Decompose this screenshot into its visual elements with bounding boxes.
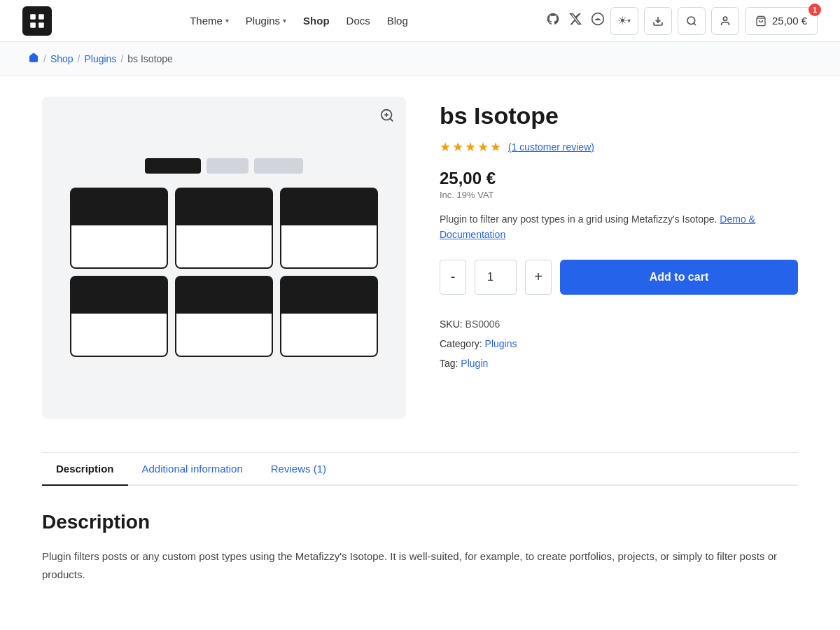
breadcrumb-current: bs Isotope: [127, 53, 173, 64]
grid-card-1: [70, 188, 168, 269]
search-icon: [686, 15, 697, 27]
twitter-icon[interactable]: [568, 12, 582, 29]
rating-row: ★ ★ ★ ★ ★ (1 customer review): [440, 139, 798, 155]
product-image-container: [42, 97, 406, 419]
sku-row: SKU: BS0006: [440, 314, 798, 334]
quantity-row: - + Add to cart: [440, 260, 798, 295]
theme-toggle-icon: ☀: [617, 14, 627, 27]
download-icon: [652, 15, 664, 27]
user-button[interactable]: [711, 7, 739, 35]
description-body: Plugin filters posts or any custom post …: [42, 547, 798, 583]
tab-reviews[interactable]: Reviews (1): [257, 453, 340, 486]
main-nav: Theme ▾ Plugins ▾ Shop Docs Blog: [190, 15, 408, 27]
svg-rect-3: [38, 22, 44, 28]
svg-point-5: [687, 17, 695, 24]
vat-note: Inc. 19% VAT: [440, 190, 798, 200]
download-button[interactable]: [644, 7, 672, 35]
breadcrumb: / Shop / Plugins / bs Isotope: [0, 42, 840, 76]
tabs-section: Description Additional information Revie…: [42, 452, 798, 620]
product-illustration: [70, 158, 378, 357]
breadcrumb-home[interactable]: [28, 52, 39, 65]
grid-card-2: [175, 188, 273, 269]
chevron-down-icon: ▾: [283, 17, 286, 24]
filter-bar: [145, 158, 303, 174]
stars: ★ ★ ★ ★ ★: [440, 139, 501, 155]
main-content: bs Isotope ★ ★ ★ ★ ★ (1 customer review)…: [14, 76, 826, 630]
grid-card-6: [280, 276, 378, 357]
social-links: [546, 12, 605, 29]
grid-items: [70, 188, 378, 357]
filter-pill-active: [145, 158, 201, 174]
star-2: ★: [452, 139, 463, 155]
star-5: ★: [490, 139, 501, 155]
product-meta: SKU: BS0006 Category: Plugins Tag: Plugi…: [440, 314, 798, 373]
nav-docs[interactable]: Docs: [346, 15, 370, 27]
cart-price: 25,00 €: [772, 15, 807, 27]
tag-row: Tag: Plugin: [440, 354, 798, 373]
header-icons: ☀ ▾ 1 25,00 €: [546, 7, 818, 35]
category-link[interactable]: Plugins: [485, 338, 517, 349]
filter-pill-inactive-1: [206, 158, 248, 174]
quantity-minus-button[interactable]: -: [440, 260, 466, 295]
quantity-input[interactable]: [475, 260, 517, 295]
logo[interactable]: [22, 6, 52, 36]
breadcrumb-sep-1: /: [43, 53, 46, 64]
tab-additional-info[interactable]: Additional information: [128, 453, 257, 486]
tabs-bar: Description Additional information Revie…: [42, 453, 798, 486]
review-link[interactable]: (1 customer review): [508, 141, 594, 153]
svg-rect-2: [30, 22, 36, 28]
chevron-down-icon: ▾: [225, 17, 229, 24]
description-title: Description: [42, 511, 798, 533]
cloudflare-icon[interactable]: [591, 12, 605, 29]
theme-chevron-icon: ▾: [627, 17, 631, 24]
grid-card-5: [175, 276, 273, 357]
breadcrumb-plugins[interactable]: Plugins: [84, 53, 116, 64]
tab-content-description: Description Plugin filters posts or any …: [42, 486, 798, 620]
star-3: ★: [465, 139, 476, 155]
grid-card-4: [70, 276, 168, 357]
cart-badge: 1: [808, 4, 821, 16]
add-to-cart-button[interactable]: Add to cart: [560, 260, 798, 295]
home-icon: [28, 52, 39, 63]
category-row: Category: Plugins: [440, 334, 798, 354]
breadcrumb-sep-2: /: [78, 53, 80, 64]
star-1: ★: [440, 139, 451, 155]
product-info: bs Isotope ★ ★ ★ ★ ★ (1 customer review)…: [440, 97, 798, 373]
github-icon[interactable]: [546, 12, 560, 29]
product-short-description: Plugin to filter any post types in a gri…: [440, 211, 798, 243]
nav-theme[interactable]: Theme ▾: [190, 15, 229, 27]
nav-blog[interactable]: Blog: [387, 15, 408, 27]
nav-shop[interactable]: Shop: [303, 15, 330, 27]
filter-pill-inactive-2: [254, 158, 303, 174]
breadcrumb-shop[interactable]: Shop: [50, 53, 74, 64]
user-icon: [720, 15, 731, 27]
quantity-plus-button[interactable]: +: [525, 260, 552, 295]
tag-link[interactable]: Plugin: [461, 358, 488, 369]
price-block: 25,00 € Inc. 19% VAT: [440, 169, 798, 200]
search-button[interactable]: [678, 7, 706, 35]
cart-icon: [755, 15, 766, 27]
theme-toggle-button[interactable]: ☀ ▾: [610, 7, 638, 35]
svg-rect-0: [30, 14, 36, 20]
zoom-icon[interactable]: [379, 108, 395, 127]
tab-description[interactable]: Description: [42, 453, 128, 486]
svg-rect-1: [38, 14, 44, 20]
grid-card-3: [280, 188, 378, 269]
svg-point-6: [723, 17, 727, 20]
product-title: bs Isotope: [440, 102, 798, 130]
breadcrumb-sep-3: /: [120, 53, 123, 64]
star-4: ★: [477, 139, 489, 155]
nav-plugins[interactable]: Plugins ▾: [246, 15, 286, 27]
price: 25,00 €: [440, 169, 798, 188]
logo-icon: [28, 12, 46, 30]
cart-button[interactable]: 1 25,00 €: [745, 7, 818, 35]
product-section: bs Isotope ★ ★ ★ ★ ★ (1 customer review)…: [42, 97, 798, 419]
